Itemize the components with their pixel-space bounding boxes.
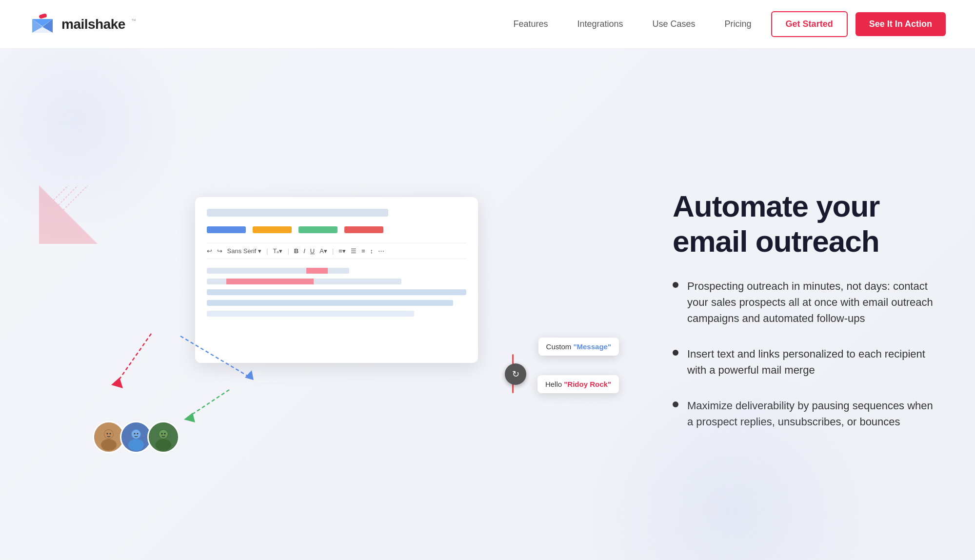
logo-link[interactable]: mailshake ™ (29, 11, 136, 38)
svg-marker-13 (245, 370, 254, 380)
indent-icon[interactable]: ≡ (361, 247, 365, 255)
svg-point-32 (161, 433, 163, 435)
avatar-3 (147, 421, 179, 453)
hero-title: Automate your email outreach (673, 189, 936, 259)
bullet-item-1: Prospecting outreach in minutes, not day… (673, 278, 936, 326)
svg-line-14 (190, 390, 229, 416)
svg-point-27 (137, 433, 139, 435)
editor-content-lines (207, 268, 466, 317)
navbar: mailshake ™ Features Integrations Use Ca… (0, 0, 975, 49)
svg-marker-15 (184, 413, 195, 422)
illustration-container: ↩ ↪ Sans Serif ▾ | Tₐ▾ | B I U A▾ | ≡▾ ☰… (39, 139, 634, 480)
line-height-icon[interactable]: ↕ (370, 247, 373, 255)
bullet-dot-2 (673, 350, 678, 356)
nav-pricing[interactable]: Pricing (725, 19, 752, 29)
avatar-1-image (94, 421, 123, 453)
bullet-dot-1 (673, 282, 678, 288)
underline-icon[interactable]: U (310, 247, 315, 255)
font-color-icon[interactable]: A▾ (319, 247, 327, 255)
svg-point-25 (132, 430, 140, 439)
toolbar-sep-3: | (332, 247, 334, 255)
svg-line-10 (117, 334, 151, 382)
toolbar-sep-2: | (287, 247, 289, 255)
svg-point-19 (104, 430, 113, 439)
see-it-in-action-button[interactable]: See It In Action (856, 12, 946, 36)
editor-line-1 (207, 289, 466, 295)
svg-point-24 (128, 439, 144, 451)
tab-red (344, 226, 383, 233)
editor-line-subject (207, 268, 350, 274)
get-started-button[interactable]: Get Started (771, 11, 848, 37)
logo-text: mailshake (61, 17, 125, 32)
svg-point-20 (107, 433, 108, 435)
email-editor-card: ↩ ↪ Sans Serif ▾ | Tₐ▾ | B I U A▾ | ≡▾ ☰… (195, 197, 478, 363)
tab-yellow (253, 226, 292, 233)
nav-links: Features Integrations Use Cases Pricing (513, 19, 751, 29)
bullet-text-1: Prospecting outreach in minutes, not day… (687, 278, 936, 326)
svg-point-31 (159, 430, 168, 439)
editor-tabs (207, 226, 466, 233)
tab-blue (207, 226, 246, 233)
nav-actions: Get Started See It In Action (771, 11, 946, 37)
more-icon[interactable]: ⋯ (378, 247, 384, 255)
text-size-icon[interactable]: Tₐ▾ (273, 247, 282, 255)
hero-section: ↩ ↪ Sans Serif ▾ | Tₐ▾ | B I U A▾ | ≡▾ ☰… (0, 49, 975, 560)
editor-top-bar (207, 209, 388, 217)
svg-point-30 (156, 439, 171, 451)
editor-line-selected (207, 279, 401, 284)
avatar-2-image (121, 421, 151, 453)
undo-icon[interactable]: ↩ (207, 247, 212, 255)
toolbar-sep-1: | (266, 247, 268, 255)
editor-line-2 (207, 300, 453, 306)
tab-green (298, 226, 338, 233)
svg-point-18 (101, 439, 117, 451)
nav-integrations[interactable]: Integrations (577, 19, 623, 29)
svg-point-26 (134, 433, 136, 435)
tooltip-custom-message: Custom "Message" (538, 338, 619, 356)
svg-point-33 (164, 433, 166, 435)
italic-icon[interactable]: I (303, 247, 305, 255)
svg-marker-11 (111, 378, 123, 388)
nav-use-cases[interactable]: Use Cases (653, 19, 696, 29)
avatar-row (93, 421, 179, 453)
svg-point-21 (110, 433, 111, 435)
list-icon[interactable]: ☰ (351, 247, 357, 255)
align-icon[interactable]: ≡▾ (338, 247, 346, 255)
redo-icon[interactable]: ↪ (217, 247, 222, 255)
editor-toolbar: ↩ ↪ Sans Serif ▾ | Tₐ▾ | B I U A▾ | ≡▾ ☰… (207, 243, 466, 259)
logo-icon (29, 11, 56, 38)
tooltip-hello-ridoy: Hello "Ridoy Rock" (537, 375, 619, 393)
bold-icon[interactable]: B (294, 247, 298, 255)
avatar-3-image (149, 421, 178, 453)
hero-title-line1: Automate your (673, 189, 879, 223)
nav-features[interactable]: Features (513, 19, 548, 29)
editor-line-3 (207, 311, 415, 317)
sync-icon: ↻ (505, 363, 526, 385)
font-selector[interactable]: Sans Serif ▾ (227, 247, 262, 255)
hero-title-line2: email outreach (673, 224, 879, 258)
